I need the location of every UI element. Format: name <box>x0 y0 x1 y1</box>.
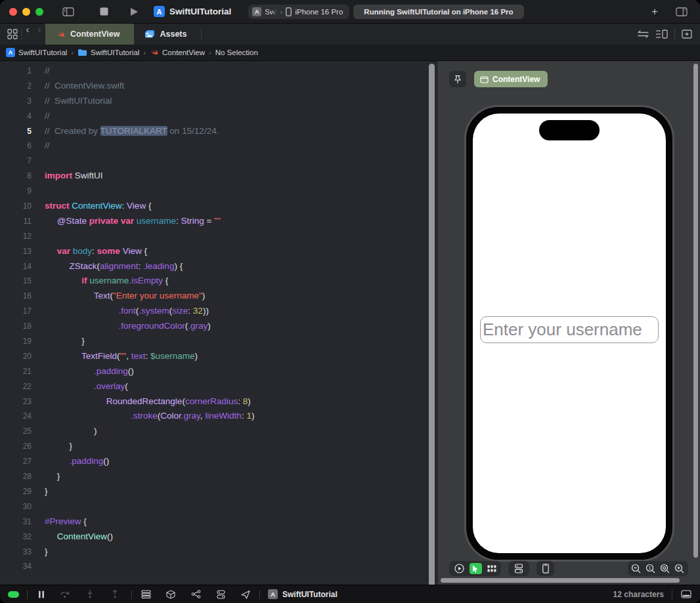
step-over-button[interactable] <box>59 589 71 600</box>
running-process[interactable]: A SwiftUITutorial <box>268 589 338 599</box>
editor-options-icon[interactable] <box>655 30 668 39</box>
line-number[interactable]: 3 <box>0 94 32 109</box>
line-number[interactable]: 32 <box>0 530 32 545</box>
line-number[interactable]: 13 <box>0 244 32 259</box>
code-line[interactable]: 10struct ContentView: View { <box>0 199 437 214</box>
code-line[interactable]: 11 @State private var username: String =… <box>0 214 437 229</box>
tab-contentview[interactable]: ContentView <box>45 24 134 45</box>
code-line[interactable]: 14 ZStack(alignment: .leading) { <box>0 259 437 274</box>
breadcrumb-project[interactable]: A SwiftUITutorial <box>6 48 67 57</box>
toggle-debug-area-button[interactable] <box>680 589 692 600</box>
breadcrumb-group[interactable]: SwiftUITutorial <box>77 49 139 56</box>
line-number[interactable]: 18 <box>0 319 32 334</box>
line-number[interactable]: 4 <box>0 109 32 124</box>
line-number[interactable]: 34 <box>0 559 32 574</box>
code-line[interactable]: 30 <box>0 499 437 514</box>
close-window-button[interactable] <box>9 8 17 16</box>
environment-overrides-button[interactable] <box>215 589 227 600</box>
code-line[interactable]: 1// <box>0 64 437 79</box>
tab-overview-button[interactable] <box>4 24 21 45</box>
code-line[interactable]: 5// Created by TUTORIALKART on 15/12/24. <box>0 124 437 139</box>
line-number[interactable]: 29 <box>0 484 32 499</box>
code-line[interactable]: 21 .padding() <box>0 364 437 379</box>
step-out-button[interactable] <box>109 589 121 600</box>
device-settings-button[interactable] <box>536 561 554 576</box>
run-button[interactable] <box>125 4 143 20</box>
color-scheme-variants-button[interactable] <box>508 561 529 576</box>
username-textfield[interactable]: Enter your username <box>480 316 659 343</box>
zoom-window-button[interactable] <box>35 8 43 16</box>
code-line[interactable]: 2// ContentView.swift <box>0 79 437 94</box>
memory-graph-button[interactable] <box>165 589 177 600</box>
code-line[interactable]: 4// <box>0 109 437 124</box>
code-line[interactable]: 33} <box>0 545 437 560</box>
code-line[interactable]: 3// SwiftUITutorial <box>0 94 437 109</box>
line-number[interactable]: 28 <box>0 469 32 484</box>
destination-name[interactable]: iPhone 16 Pro <box>295 8 343 16</box>
preview-horizontal-scrollbar[interactable] <box>441 578 680 583</box>
code-line[interactable]: 12 <box>0 229 437 244</box>
code-line[interactable]: 29} <box>0 484 437 499</box>
toggle-navigator-button[interactable] <box>59 4 77 20</box>
line-number[interactable]: 16 <box>0 289 32 304</box>
line-number[interactable]: 6 <box>0 138 32 154</box>
line-number[interactable]: 1 <box>0 64 32 79</box>
zoom-in-button[interactable] <box>674 564 685 574</box>
stop-button[interactable] <box>95 4 113 20</box>
line-number[interactable]: 17 <box>0 304 32 319</box>
view-hierarchy-button[interactable] <box>140 589 152 600</box>
add-tab-button[interactable]: + <box>651 5 658 18</box>
swap-editor-icon[interactable] <box>638 30 649 38</box>
line-number[interactable]: 15 <box>0 274 32 289</box>
code-line[interactable]: 17 .font(.system(size: 32)) <box>0 304 437 319</box>
line-number[interactable]: 14 <box>0 259 32 274</box>
preview-vertical-scrollbar[interactable] <box>693 64 698 558</box>
zoom-100-button[interactable]: 1 <box>645 564 656 574</box>
editor-scrollbar[interactable] <box>429 64 435 585</box>
go-back-button[interactable]: ‹ <box>22 24 33 45</box>
go-forward-button[interactable]: › <box>33 24 45 45</box>
code-line[interactable]: 7 <box>0 154 437 169</box>
line-number[interactable]: 7 <box>0 154 32 169</box>
line-number[interactable]: 9 <box>0 184 32 199</box>
tab-assets[interactable]: Assets <box>134 24 201 45</box>
line-number[interactable]: 24 <box>0 409 32 424</box>
code-line[interactable]: 19 } <box>0 334 437 349</box>
line-number[interactable]: 8 <box>0 169 32 184</box>
zoom-fit-button[interactable] <box>660 564 670 574</box>
line-number[interactable]: 19 <box>0 334 32 349</box>
code-line[interactable]: 6// <box>0 138 437 154</box>
code-line[interactable]: 13 var body: some View { <box>0 244 437 259</box>
line-number[interactable]: 22 <box>0 379 32 394</box>
step-into-button[interactable] <box>84 589 96 600</box>
line-number[interactable]: 21 <box>0 364 32 379</box>
pause-execution-button[interactable] <box>35 589 47 600</box>
line-number[interactable]: 20 <box>0 349 32 364</box>
debug-graph-button[interactable] <box>190 589 202 600</box>
line-number[interactable]: 5 <box>0 124 32 139</box>
line-number[interactable]: 23 <box>0 394 32 409</box>
scheme-name[interactable]: Swi <box>265 8 277 16</box>
code-line[interactable]: 23 RoundedRectangle(cornerRadius: 8) <box>0 394 437 409</box>
code-line[interactable]: 31#Preview { <box>0 514 437 530</box>
variants-grid-button[interactable] <box>487 565 496 572</box>
code-line[interactable]: 24 .stroke(Color.gray, lineWidth: 1) <box>0 409 437 424</box>
scheme-selector[interactable]: A Swi › iPhone 16 Pro <box>248 5 349 19</box>
simulate-location-button[interactable] <box>240 589 252 600</box>
code-line[interactable]: 20 TextField("", text: $username) <box>0 349 437 364</box>
add-editor-icon[interactable] <box>682 30 692 39</box>
toggle-inspector-button[interactable] <box>672 4 691 20</box>
line-number[interactable]: 12 <box>0 229 32 244</box>
code-line[interactable]: 32 ContentView() <box>0 530 437 545</box>
line-number[interactable]: 26 <box>0 439 32 454</box>
line-number[interactable]: 25 <box>0 424 32 439</box>
pin-preview-button[interactable] <box>449 71 466 87</box>
preview-target-badge[interactable]: ContentView <box>474 71 548 87</box>
code-line[interactable]: 9 <box>0 184 437 199</box>
breadcrumb-file[interactable]: ContentView <box>150 48 205 57</box>
code-line[interactable]: 15 if username.isEmpty { <box>0 274 437 289</box>
line-number[interactable]: 27 <box>0 454 32 469</box>
breakpoints-toggle[interactable] <box>8 591 19 598</box>
code-line[interactable]: 28 } <box>0 469 437 484</box>
code-line[interactable]: 26 } <box>0 439 437 454</box>
